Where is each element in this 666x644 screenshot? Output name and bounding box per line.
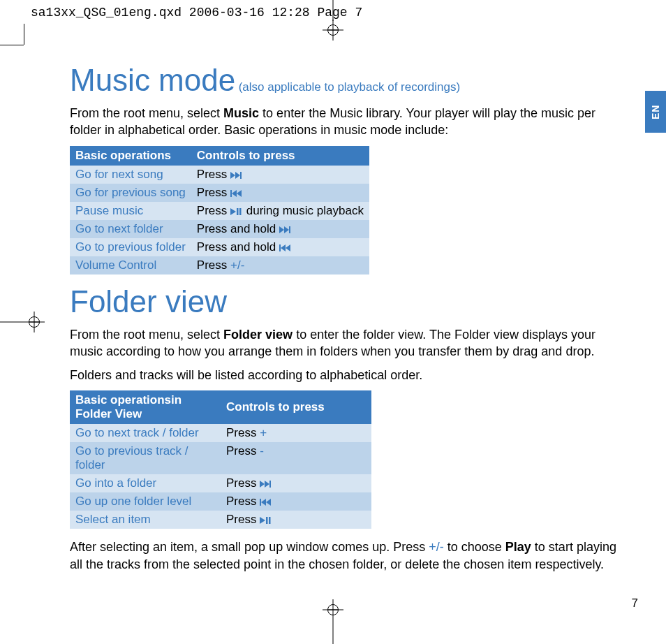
text: Press bbox=[197, 258, 230, 272]
operation-cell: Go to previous folder bbox=[70, 238, 191, 256]
table-row: Go to previous folderPress and hold bbox=[70, 238, 369, 256]
text: From the root menu, select bbox=[70, 328, 223, 342]
music-mode-table: Basic operations Controls to press Go fo… bbox=[70, 146, 369, 275]
playpause-icon bbox=[260, 517, 272, 525]
controls-cell: Press +/- bbox=[191, 256, 369, 275]
text: Press bbox=[226, 426, 260, 439]
operation-cell: Go up one folder level bbox=[70, 492, 221, 511]
crop-mark bbox=[333, 620, 334, 644]
table-row: Go for next songPress bbox=[70, 166, 369, 184]
crop-mark bbox=[24, 24, 24, 45]
table-row: Go to next track / folderPress + bbox=[70, 424, 371, 442]
crop-mark bbox=[0, 322, 24, 323]
text-bold: Folder view bbox=[223, 328, 293, 342]
crop-mark bbox=[0, 45, 24, 45]
table-row: Go into a folderPress bbox=[70, 474, 371, 492]
text: to choose bbox=[444, 540, 505, 554]
registration-mark-icon bbox=[24, 312, 45, 332]
text: From the root menu, select bbox=[70, 106, 223, 120]
table-row: Select an itemPress bbox=[70, 511, 371, 529]
folder-view-para2: Folders and tracks will be listed accord… bbox=[70, 367, 628, 383]
playpause-icon bbox=[230, 208, 243, 216]
col-controls: Controls to press bbox=[191, 146, 369, 166]
text: After selecting an item, a small pop up … bbox=[70, 540, 429, 554]
table-row: Go to next folderPress and hold bbox=[70, 220, 369, 238]
text-bold: Music bbox=[223, 106, 259, 120]
table-header-row: Basic operationsin Folder View Controls … bbox=[70, 390, 371, 424]
operation-cell: Go to next folder bbox=[70, 220, 191, 238]
crop-mark bbox=[333, 0, 334, 21]
prev-icon bbox=[230, 190, 243, 198]
controls-cell: Press bbox=[221, 492, 371, 511]
controls-cell: Press - bbox=[221, 442, 371, 474]
operation-cell: Pause music bbox=[70, 202, 191, 220]
table-row: Go up one folder levelPress bbox=[70, 492, 371, 511]
controls-cell: Press + bbox=[221, 424, 371, 442]
controls-cell: Press during music playback bbox=[191, 202, 369, 220]
col-basic-operations: Basic operations bbox=[70, 146, 191, 166]
text-blue: +/- bbox=[429, 540, 444, 554]
text: during music playback bbox=[243, 204, 364, 217]
folder-view-outro: After selecting an item, a small pop up … bbox=[70, 539, 628, 573]
controls-cell: Press and hold bbox=[191, 238, 369, 256]
operation-cell: Go to previous track / folder bbox=[70, 442, 221, 474]
controls-cell: Press and hold bbox=[191, 220, 369, 238]
text: Press bbox=[226, 476, 260, 490]
controls-cell: Press bbox=[221, 474, 371, 492]
operation-cell: Go to next track / folder bbox=[70, 424, 221, 442]
text: Press and hold bbox=[197, 222, 279, 235]
operation-cell: Volume Control bbox=[70, 256, 191, 275]
heading-subtitle: (also applicable to playback of recordin… bbox=[239, 80, 461, 94]
text-blue: - bbox=[260, 444, 264, 458]
text: Press bbox=[226, 513, 260, 526]
section-music-mode: Music mode (also applicable to playback … bbox=[70, 63, 628, 275]
text-blue: + bbox=[260, 426, 267, 439]
operation-cell: Go for next song bbox=[70, 166, 191, 184]
prev-icon bbox=[260, 499, 272, 506]
text: Press bbox=[226, 444, 260, 458]
page-number: 7 bbox=[632, 597, 638, 610]
controls-cell: Press bbox=[191, 184, 369, 202]
text: Press and hold bbox=[197, 240, 279, 254]
registration-mark-icon bbox=[323, 599, 343, 620]
music-mode-intro: From the root menu, select Music to ente… bbox=[70, 105, 628, 139]
text-bold: Play bbox=[505, 540, 531, 554]
table-row: Go to previous track / folderPress - bbox=[70, 442, 371, 474]
next-icon bbox=[260, 481, 272, 488]
folder-view-table: Basic operationsin Folder View Controls … bbox=[70, 390, 371, 529]
folder-view-intro: From the root menu, select Folder view t… bbox=[70, 326, 628, 360]
next-icon bbox=[230, 172, 243, 180]
language-tab: EN bbox=[645, 91, 666, 133]
table-header-row: Basic operations Controls to press bbox=[70, 146, 369, 166]
registration-mark-icon bbox=[323, 20, 343, 41]
section-folder-view: Folder view From the root menu, select F… bbox=[70, 284, 628, 573]
prev-icon bbox=[279, 244, 292, 252]
next-icon bbox=[279, 226, 292, 234]
text: Press bbox=[197, 186, 230, 199]
text: Press bbox=[197, 168, 230, 181]
controls-cell: Press bbox=[191, 166, 369, 184]
heading-folder-view: Folder view bbox=[70, 284, 227, 319]
col-controls: Controls to press bbox=[221, 390, 371, 424]
text: Press bbox=[197, 204, 230, 217]
text-blue: +/- bbox=[230, 258, 244, 272]
operation-cell: Select an item bbox=[70, 511, 221, 529]
table-row: Volume ControlPress +/- bbox=[70, 256, 369, 275]
text: Press bbox=[226, 495, 260, 508]
heading-music-mode: Music mode bbox=[70, 63, 235, 97]
col-basic-operations: Basic operationsin Folder View bbox=[70, 390, 221, 424]
controls-cell: Press bbox=[221, 511, 371, 529]
print-slug: sa13xx_QSG_01eng.qxd 2006-03-16 12:28 Pa… bbox=[31, 6, 362, 20]
table-row: Go for previous songPress bbox=[70, 184, 369, 202]
operation-cell: Go into a folder bbox=[70, 474, 221, 492]
table-row: Pause musicPress during music playback bbox=[70, 202, 369, 220]
operation-cell: Go for previous song bbox=[70, 184, 191, 202]
